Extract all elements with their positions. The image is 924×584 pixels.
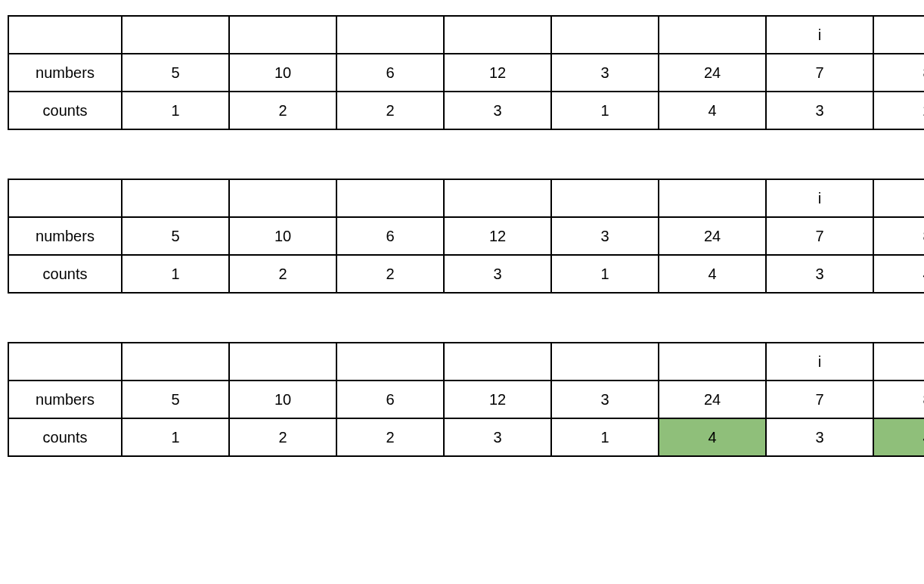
counts-cell: 2 (229, 92, 336, 129)
pointer-cell-j: j (873, 343, 924, 381)
counts-cell: 3 (444, 92, 551, 129)
pointer-row: i j (8, 16, 924, 54)
counts-cell: 4 (659, 418, 766, 456)
numbers-cell: 3 (551, 381, 659, 418)
row-label-numbers: numbers (8, 381, 122, 418)
pointer-cell (336, 179, 444, 217)
pointer-cell (122, 343, 229, 381)
row-label-numbers: numbers (8, 217, 122, 255)
pointer-cell (229, 179, 336, 217)
numbers-cell: 6 (336, 217, 444, 255)
numbers-cell: 3 (551, 217, 659, 255)
pointer-cell-i: i (766, 179, 873, 217)
numbers-cell: 8 (873, 217, 924, 255)
numbers-cell: 24 (659, 54, 766, 92)
pointer-cell (659, 179, 766, 217)
pointer-cell-j: j (873, 16, 924, 54)
numbers-row: numbers 5 10 6 12 3 24 7 8 (8, 381, 924, 418)
counts-cell: 1 (551, 255, 659, 293)
counts-cell: 4 (659, 92, 766, 129)
counts-cell: 2 (229, 418, 336, 456)
pointer-cell (444, 343, 551, 381)
counts-cell: 1 (122, 92, 229, 129)
pointer-cell-i: i (766, 343, 873, 381)
pointer-cell (229, 16, 336, 54)
algorithm-state-table-1: i j numbers 5 10 6 12 3 24 7 8 counts 1 … (8, 15, 924, 130)
empty-cell (8, 343, 122, 381)
pointer-row: i j (8, 343, 924, 381)
pointer-cell (551, 343, 659, 381)
counts-cell: 4 (873, 418, 924, 456)
counts-cell: 3 (766, 255, 873, 293)
tables-container: i j numbers 5 10 6 12 3 24 7 8 counts 1 … (8, 15, 916, 457)
counts-cell: 3 (444, 255, 551, 293)
numbers-cell: 5 (122, 381, 229, 418)
pointer-cell-i: i (766, 16, 873, 54)
pointer-cell (336, 16, 444, 54)
pointer-cell (336, 343, 444, 381)
numbers-cell: 7 (766, 381, 873, 418)
empty-cell (8, 179, 122, 217)
algorithm-state-table-3: i j numbers 5 10 6 12 3 24 7 8 counts 1 … (8, 342, 924, 457)
counts-cell: 2 (873, 92, 924, 129)
counts-cell: 1 (122, 418, 229, 456)
pointer-cell (659, 343, 766, 381)
numbers-cell: 3 (551, 54, 659, 92)
counts-cell: 4 (873, 255, 924, 293)
numbers-cell: 24 (659, 381, 766, 418)
numbers-cell: 5 (122, 217, 229, 255)
pointer-cell (122, 179, 229, 217)
numbers-row: numbers 5 10 6 12 3 24 7 8 (8, 217, 924, 255)
counts-cell: 3 (444, 418, 551, 456)
numbers-cell: 8 (873, 54, 924, 92)
numbers-cell: 12 (444, 381, 551, 418)
counts-row: counts 1 2 2 3 1 4 3 4 (8, 418, 924, 456)
row-label-counts: counts (8, 418, 122, 456)
numbers-cell: 12 (444, 54, 551, 92)
row-label-counts: counts (8, 255, 122, 293)
pointer-cell (444, 179, 551, 217)
row-label-counts: counts (8, 92, 122, 129)
pointer-row: i j (8, 179, 924, 217)
row-label-numbers: numbers (8, 54, 122, 92)
numbers-cell: 7 (766, 217, 873, 255)
counts-cell: 2 (336, 255, 444, 293)
counts-cell: 2 (336, 418, 444, 456)
counts-cell: 3 (766, 92, 873, 129)
counts-row: counts 1 2 2 3 1 4 3 4 (8, 255, 924, 293)
pointer-cell (444, 16, 551, 54)
pointer-cell (551, 16, 659, 54)
numbers-cell: 12 (444, 217, 551, 255)
numbers-cell: 10 (229, 54, 336, 92)
pointer-cell (229, 343, 336, 381)
numbers-cell: 6 (336, 381, 444, 418)
numbers-row: numbers 5 10 6 12 3 24 7 8 (8, 54, 924, 92)
counts-cell: 1 (551, 92, 659, 129)
counts-cell: 4 (659, 255, 766, 293)
numbers-cell: 7 (766, 54, 873, 92)
algorithm-state-table-2: i j numbers 5 10 6 12 3 24 7 8 counts 1 … (8, 179, 924, 294)
pointer-cell (551, 179, 659, 217)
numbers-cell: 8 (873, 381, 924, 418)
counts-cell: 3 (766, 418, 873, 456)
pointer-cell (122, 16, 229, 54)
numbers-cell: 6 (336, 54, 444, 92)
counts-cell: 2 (229, 255, 336, 293)
counts-row: counts 1 2 2 3 1 4 3 2 (8, 92, 924, 129)
numbers-cell: 10 (229, 381, 336, 418)
pointer-cell (659, 16, 766, 54)
numbers-cell: 24 (659, 217, 766, 255)
pointer-cell-j: j (873, 179, 924, 217)
counts-cell: 2 (336, 92, 444, 129)
counts-cell: 1 (551, 418, 659, 456)
numbers-cell: 10 (229, 217, 336, 255)
empty-cell (8, 16, 122, 54)
counts-cell: 1 (122, 255, 229, 293)
numbers-cell: 5 (122, 54, 229, 92)
